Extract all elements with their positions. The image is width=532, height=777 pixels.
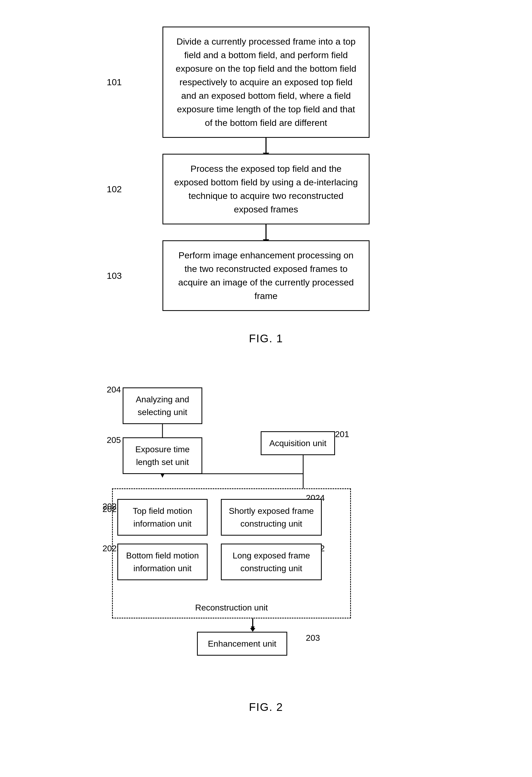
reconstruction-label: Reconstruction unit bbox=[195, 601, 268, 614]
shortly-exposed-text: Shortly exposed frame constructing unit bbox=[229, 505, 314, 530]
analyzing-selecting-unit: Analyzing and selecting unit bbox=[123, 387, 202, 424]
step-box-102: Process the exposed top field and the ex… bbox=[162, 154, 370, 224]
top-field-motion-unit: Top field motion information unit bbox=[117, 499, 208, 536]
exposure-time-text: Exposure time length set unit bbox=[135, 443, 190, 468]
exposure-time-unit: Exposure time length set unit bbox=[123, 437, 202, 474]
fig1-label: FIG. 1 bbox=[249, 332, 283, 345]
top-field-motion-text: Top field motion information unit bbox=[133, 505, 192, 530]
svg-marker-5 bbox=[161, 474, 164, 478]
step-text-103: Perform image enhancement processing on … bbox=[178, 250, 354, 301]
flow-step-101: 101 Divide a currently processed frame i… bbox=[53, 26, 479, 138]
flow-step-102: 102 Process the exposed top field and th… bbox=[53, 154, 479, 224]
long-exposed-unit: Long exposed frame constructing unit bbox=[221, 544, 322, 580]
arrow-102-103 bbox=[265, 224, 267, 240]
step-label-102: 102 bbox=[107, 184, 122, 194]
step-label-103: 103 bbox=[107, 270, 122, 281]
fig2-label: FIG. 2 bbox=[249, 701, 283, 713]
label-203: 203 bbox=[306, 633, 320, 643]
long-exposed-text: Long exposed frame constructing unit bbox=[233, 549, 310, 575]
step-text-102: Process the exposed top field and the ex… bbox=[174, 163, 358, 214]
label-205: 205 bbox=[107, 435, 121, 445]
shortly-exposed-unit: Shortly exposed frame constructing unit bbox=[221, 499, 322, 536]
fig2-section: 204 Analyzing and selecting unit 205 Exp… bbox=[53, 371, 479, 719]
arrow-recon-enhance bbox=[251, 619, 255, 632]
fig2-diagram: 204 Analyzing and selecting unit 205 Exp… bbox=[80, 371, 452, 690]
step-box-103: Perform image enhancement processing on … bbox=[162, 240, 370, 311]
fig1-section: 101 Divide a currently processed frame i… bbox=[53, 16, 479, 350]
step-box-101: Divide a currently processed frame into … bbox=[162, 26, 370, 138]
enhancement-text: Enhancement unit bbox=[208, 637, 276, 650]
label-204: 204 bbox=[107, 385, 121, 395]
acquisition-text: Acquisition unit bbox=[269, 437, 326, 450]
step-label-101: 101 bbox=[107, 77, 122, 87]
fig1-flow: 101 Divide a currently processed frame i… bbox=[53, 16, 479, 322]
acquisition-unit: Acquisition unit bbox=[261, 431, 335, 455]
enhancement-unit: Enhancement unit bbox=[197, 632, 287, 656]
bottom-field-motion-unit: Bottom field motion information unit bbox=[117, 544, 208, 580]
flow-step-103: 103 Perform image enhancement processing… bbox=[53, 240, 479, 311]
arrow-101-102 bbox=[265, 138, 267, 154]
label-201: 201 bbox=[335, 429, 349, 439]
analyzing-selecting-text: Analyzing and selecting unit bbox=[136, 393, 189, 419]
step-text-101: Divide a currently processed frame into … bbox=[176, 36, 356, 128]
bottom-field-motion-text: Bottom field motion information unit bbox=[126, 549, 199, 575]
